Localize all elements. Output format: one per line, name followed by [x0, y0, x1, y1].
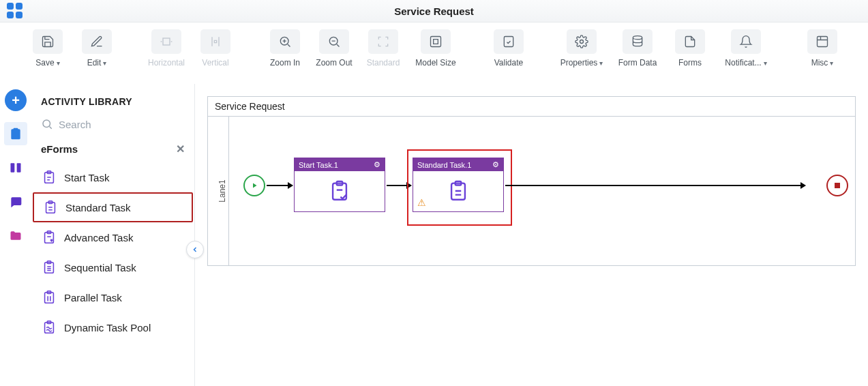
close-icon[interactable]: ✕ — [176, 143, 185, 155]
chevron-down-icon: ▾ — [57, 59, 60, 67]
horizontal-label: Horizontal — [148, 58, 185, 68]
zoom-out-button[interactable]: Zoom Out — [314, 29, 355, 68]
clipboard-icon — [41, 169, 57, 185]
clipboard-parallel-icon — [41, 289, 57, 306]
panel-section-title: eForms — [41, 143, 78, 155]
chevron-down-icon: ▾ — [103, 59, 106, 67]
clipboard-check-icon — [328, 179, 351, 203]
form-data-label: Form Data — [618, 58, 657, 68]
play-icon — [250, 181, 258, 190]
clipboard-icon — [447, 179, 470, 203]
collapse-panel-button[interactable] — [186, 241, 204, 258]
activity-parallel-task[interactable]: Parallel Task — [31, 282, 194, 312]
page-title: Service Request — [394, 5, 474, 17]
notifications-label: Notificat... — [725, 58, 761, 68]
activity-label: Start Task — [64, 172, 109, 183]
zoom-out-label: Zoom Out — [316, 58, 352, 68]
search-icon — [41, 118, 53, 130]
forms-button[interactable]: Forms — [670, 29, 710, 68]
activity-start-task[interactable]: Start Task — [31, 162, 194, 192]
form-data-button[interactable]: Form Data — [614, 29, 661, 68]
end-node[interactable] — [826, 175, 848, 196]
activity-label: Sequential Task — [64, 262, 136, 273]
flow-arrow — [505, 185, 805, 186]
start-task-node[interactable]: Start Task.1 ⚙ — [294, 158, 385, 212]
activity-sequential-task[interactable]: Sequential Task — [31, 252, 194, 282]
edit-button[interactable]: Edit▾ — [76, 29, 117, 68]
misc-button[interactable]: Misc▾ — [802, 29, 843, 68]
database-icon — [623, 29, 653, 54]
left-rail: + — [0, 84, 31, 386]
vertical-label: Vertical — [202, 58, 228, 68]
add-button[interactable]: + — [5, 89, 27, 111]
save-button[interactable]: Save▾ — [27, 29, 68, 68]
forms-icon — [675, 29, 705, 54]
rail-folder-icon[interactable] — [4, 224, 27, 248]
gear-icon[interactable]: ⚙ — [492, 160, 499, 169]
activity-label: Standard Task — [65, 202, 131, 213]
canvas-title: Service Request — [208, 97, 855, 117]
clipboard-icon — [42, 199, 59, 216]
model-size-button[interactable]: Model Size — [412, 29, 460, 68]
panel-section-header: eForms ✕ — [31, 138, 194, 162]
properties-label: Properties — [560, 58, 598, 68]
clipboard-star-icon — [41, 229, 57, 246]
gear-icon — [567, 29, 597, 54]
activity-library-panel: ACTIVITY LIBRARY Search eForms ✕ Start T… — [31, 84, 195, 386]
task-title: Standard Task.1 — [417, 161, 471, 169]
zoom-in-button[interactable]: Zoom In — [265, 29, 305, 68]
chevron-left-icon — [191, 246, 199, 254]
main-area: + ACTIVITY LIBRARY Search eForms ✕ Start… — [0, 84, 868, 386]
svg-rect-0 — [163, 38, 170, 45]
activity-dynamic-task-pool[interactable]: Dynamic Task Pool — [31, 312, 194, 342]
edit-icon — [82, 29, 112, 54]
panel-heading: ACTIVITY LIBRARY — [31, 84, 194, 114]
model-size-icon — [421, 29, 451, 54]
app-header: Service Request — [0, 0, 868, 23]
canvas-body[interactable]: Lane1 Start Task.1 ⚙ — [208, 117, 855, 265]
bell-icon — [731, 29, 761, 54]
validate-button[interactable]: Validate — [488, 29, 529, 68]
misc-label: Misc — [811, 58, 828, 68]
canvas-container: Service Request Lane1 Start Task.1 ⚙ — [195, 84, 868, 386]
validate-icon — [494, 29, 524, 54]
svg-point-6 — [633, 36, 642, 40]
search-input[interactable]: Search — [31, 114, 194, 138]
flow-arrow — [267, 185, 293, 186]
activity-standard-task[interactable]: Standard Task — [33, 192, 193, 222]
svg-rect-7 — [818, 37, 828, 47]
chevron-down-icon: ▾ — [830, 59, 833, 67]
edit-label: Edit — [87, 58, 102, 68]
zoom-in-icon — [270, 29, 300, 54]
properties-button[interactable]: Properties▾ — [558, 29, 605, 68]
vertical-icon — [200, 29, 230, 54]
gear-icon[interactable]: ⚙ — [374, 160, 380, 169]
vertical-button[interactable]: Vertical — [195, 29, 236, 68]
horizontal-icon — [151, 29, 181, 54]
rail-columns-icon[interactable] — [4, 156, 27, 179]
task-title: Start Task.1 — [299, 161, 338, 169]
model-size-label: Model Size — [415, 58, 455, 68]
notifications-button[interactable]: Notificat...▾ — [719, 29, 773, 68]
save-label: Save — [35, 58, 54, 68]
process-canvas[interactable]: Service Request Lane1 Start Task.1 ⚙ — [207, 96, 856, 266]
lane-divider — [228, 117, 229, 265]
svg-point-10 — [43, 120, 50, 128]
chevron-down-icon: ▾ — [599, 59, 603, 67]
rail-clipboard-icon[interactable] — [4, 122, 27, 145]
svg-rect-8 — [11, 163, 15, 172]
zoom-in-label: Zoom In — [270, 58, 300, 68]
horizontal-button[interactable]: Horizontal — [146, 29, 187, 68]
app-logo-icon — [7, 3, 23, 19]
standard-task-node[interactable]: Standard Task.1 ⚙ ⚠ — [413, 158, 504, 212]
chevron-down-icon: ▾ — [764, 59, 767, 67]
clipboard-wave-icon — [41, 319, 57, 336]
zoom-standard-icon — [368, 29, 398, 54]
rail-chat-icon[interactable] — [4, 190, 27, 213]
start-node[interactable] — [243, 175, 265, 196]
svg-point-5 — [580, 40, 584, 44]
svg-rect-4 — [504, 37, 513, 47]
zoom-standard-button[interactable]: Standard — [363, 29, 404, 68]
activity-label: Dynamic Task Pool — [64, 322, 151, 333]
activity-advanced-task[interactable]: Advanced Task — [31, 222, 194, 252]
